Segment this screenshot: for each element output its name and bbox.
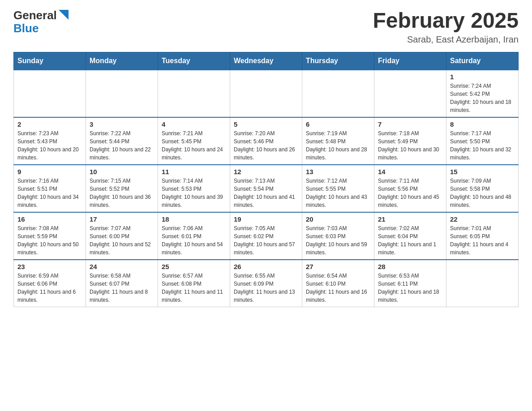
day-number: 1 xyxy=(450,73,515,81)
day-number: 26 xyxy=(234,263,298,270)
logo-blue-text: Blue xyxy=(13,21,39,35)
day-number: 25 xyxy=(162,263,226,270)
col-wednesday: Wednesday xyxy=(230,52,302,70)
day-info: Sunrise: 7:02 AMSunset: 6:04 PMDaylight:… xyxy=(378,224,442,257)
day-number: 24 xyxy=(90,263,154,270)
title-section: February 2025 Sarab, East Azerbaijan, Ir… xyxy=(373,9,519,45)
calendar-cell xyxy=(230,70,302,117)
day-info: Sunrise: 7:17 AMSunset: 5:50 PMDaylight:… xyxy=(450,129,515,162)
calendar-cell: 21Sunrise: 7:02 AMSunset: 6:04 PMDayligh… xyxy=(374,212,446,260)
day-info: Sunrise: 6:57 AMSunset: 6:08 PMDaylight:… xyxy=(162,272,226,304)
day-info: Sunrise: 7:09 AMSunset: 5:58 PMDaylight:… xyxy=(450,177,515,209)
day-info: Sunrise: 7:21 AMSunset: 5:45 PMDaylight:… xyxy=(162,129,226,162)
calendar-cell xyxy=(86,70,158,117)
month-title: February 2025 xyxy=(373,9,519,33)
day-number: 16 xyxy=(17,215,82,223)
calendar-cell: 11Sunrise: 7:14 AMSunset: 5:53 PMDayligh… xyxy=(158,165,230,212)
day-info: Sunrise: 7:19 AMSunset: 5:48 PMDaylight:… xyxy=(306,129,370,162)
day-number: 15 xyxy=(450,168,515,176)
day-info: Sunrise: 7:07 AMSunset: 6:00 PMDaylight:… xyxy=(90,224,154,257)
svg-marker-0 xyxy=(59,10,69,20)
day-info: Sunrise: 7:12 AMSunset: 5:55 PMDaylight:… xyxy=(306,177,370,209)
calendar-cell: 23Sunrise: 6:59 AMSunset: 6:06 PMDayligh… xyxy=(14,260,86,307)
calendar-cell: 17Sunrise: 7:07 AMSunset: 6:00 PMDayligh… xyxy=(86,212,158,260)
calendar-cell: 2Sunrise: 7:23 AMSunset: 5:43 PMDaylight… xyxy=(14,117,86,165)
day-info: Sunrise: 7:18 AMSunset: 5:49 PMDaylight:… xyxy=(378,129,442,162)
day-info: Sunrise: 6:53 AMSunset: 6:11 PMDaylight:… xyxy=(378,272,442,304)
calendar-cell: 22Sunrise: 7:01 AMSunset: 6:05 PMDayligh… xyxy=(446,212,519,260)
day-number: 7 xyxy=(378,120,442,128)
week-row-4: 23Sunrise: 6:59 AMSunset: 6:06 PMDayligh… xyxy=(14,260,519,307)
col-tuesday: Tuesday xyxy=(158,52,230,70)
day-info: Sunrise: 7:01 AMSunset: 6:05 PMDaylight:… xyxy=(450,224,515,257)
day-info: Sunrise: 7:22 AMSunset: 5:44 PMDaylight:… xyxy=(90,129,154,162)
day-number: 27 xyxy=(306,263,370,270)
day-info: Sunrise: 7:14 AMSunset: 5:53 PMDaylight:… xyxy=(162,177,226,209)
calendar-cell: 28Sunrise: 6:53 AMSunset: 6:11 PMDayligh… xyxy=(374,260,446,307)
day-number: 19 xyxy=(234,215,298,223)
day-number: 10 xyxy=(90,168,154,176)
day-number: 3 xyxy=(90,120,154,128)
calendar-cell xyxy=(446,260,519,307)
day-number: 23 xyxy=(17,263,82,270)
day-number: 22 xyxy=(450,215,515,223)
day-info: Sunrise: 7:16 AMSunset: 5:51 PMDaylight:… xyxy=(17,177,82,209)
col-friday: Friday xyxy=(374,52,446,70)
calendar-table: Sunday Monday Tuesday Wednesday Thursday… xyxy=(13,52,519,307)
day-info: Sunrise: 6:58 AMSunset: 6:07 PMDaylight:… xyxy=(90,272,154,304)
day-info: Sunrise: 7:11 AMSunset: 5:56 PMDaylight:… xyxy=(378,177,442,209)
calendar-cell: 9Sunrise: 7:16 AMSunset: 5:51 PMDaylight… xyxy=(14,165,86,212)
day-number: 20 xyxy=(306,215,370,223)
calendar-cell: 13Sunrise: 7:12 AMSunset: 5:55 PMDayligh… xyxy=(302,165,374,212)
week-row-3: 16Sunrise: 7:08 AMSunset: 5:59 PMDayligh… xyxy=(14,212,519,260)
calendar-cell: 27Sunrise: 6:54 AMSunset: 6:10 PMDayligh… xyxy=(302,260,374,307)
week-row-0: 1Sunrise: 7:24 AMSunset: 5:42 PMDaylight… xyxy=(14,70,519,117)
calendar-cell xyxy=(14,70,86,117)
day-number: 13 xyxy=(306,168,370,176)
day-info: Sunrise: 7:20 AMSunset: 5:46 PMDaylight:… xyxy=(234,129,298,162)
calendar-cell: 25Sunrise: 6:57 AMSunset: 6:08 PMDayligh… xyxy=(158,260,230,307)
calendar-cell: 20Sunrise: 7:03 AMSunset: 6:03 PMDayligh… xyxy=(302,212,374,260)
calendar-cell xyxy=(158,70,230,117)
day-number: 8 xyxy=(450,120,515,128)
calendar-cell: 3Sunrise: 7:22 AMSunset: 5:44 PMDaylight… xyxy=(86,117,158,165)
day-number: 18 xyxy=(162,215,226,223)
calendar-cell xyxy=(374,70,446,117)
day-info: Sunrise: 7:15 AMSunset: 5:52 PMDaylight:… xyxy=(90,177,154,209)
day-info: Sunrise: 6:54 AMSunset: 6:10 PMDaylight:… xyxy=(306,272,370,304)
day-number: 12 xyxy=(234,168,298,176)
week-row-1: 2Sunrise: 7:23 AMSunset: 5:43 PMDaylight… xyxy=(14,117,519,165)
day-info: Sunrise: 6:59 AMSunset: 6:06 PMDaylight:… xyxy=(17,272,82,304)
calendar-cell: 24Sunrise: 6:58 AMSunset: 6:07 PMDayligh… xyxy=(86,260,158,307)
day-number: 14 xyxy=(378,168,442,176)
day-number: 5 xyxy=(234,120,298,128)
calendar-cell: 6Sunrise: 7:19 AMSunset: 5:48 PMDaylight… xyxy=(302,117,374,165)
day-info: Sunrise: 7:05 AMSunset: 6:02 PMDaylight:… xyxy=(234,224,298,257)
calendar-cell: 4Sunrise: 7:21 AMSunset: 5:45 PMDaylight… xyxy=(158,117,230,165)
col-sunday: Sunday xyxy=(14,52,86,70)
calendar-cell: 7Sunrise: 7:18 AMSunset: 5:49 PMDaylight… xyxy=(374,117,446,165)
logo-general-text: General xyxy=(13,9,57,21)
col-thursday: Thursday xyxy=(302,52,374,70)
calendar-cell xyxy=(302,70,374,117)
calendar-cell: 5Sunrise: 7:20 AMSunset: 5:46 PMDaylight… xyxy=(230,117,302,165)
day-info: Sunrise: 7:24 AMSunset: 5:42 PMDaylight:… xyxy=(450,82,515,114)
calendar-cell: 14Sunrise: 7:11 AMSunset: 5:56 PMDayligh… xyxy=(374,165,446,212)
week-row-2: 9Sunrise: 7:16 AMSunset: 5:51 PMDaylight… xyxy=(14,165,519,212)
day-number: 2 xyxy=(17,120,82,128)
logo: General Blue xyxy=(13,9,69,35)
col-saturday: Saturday xyxy=(446,52,519,70)
day-info: Sunrise: 7:03 AMSunset: 6:03 PMDaylight:… xyxy=(306,224,370,257)
day-number: 28 xyxy=(378,263,442,270)
calendar-cell: 15Sunrise: 7:09 AMSunset: 5:58 PMDayligh… xyxy=(446,165,519,212)
day-info: Sunrise: 6:55 AMSunset: 6:09 PMDaylight:… xyxy=(234,272,298,304)
day-number: 9 xyxy=(17,168,82,176)
day-number: 11 xyxy=(162,168,226,176)
calendar-header-row: Sunday Monday Tuesday Wednesday Thursday… xyxy=(14,52,519,70)
calendar-cell: 26Sunrise: 6:55 AMSunset: 6:09 PMDayligh… xyxy=(230,260,302,307)
day-number: 4 xyxy=(162,120,226,128)
day-number: 6 xyxy=(306,120,370,128)
calendar-cell: 10Sunrise: 7:15 AMSunset: 5:52 PMDayligh… xyxy=(86,165,158,212)
day-info: Sunrise: 7:23 AMSunset: 5:43 PMDaylight:… xyxy=(17,129,82,162)
calendar-cell: 18Sunrise: 7:06 AMSunset: 6:01 PMDayligh… xyxy=(158,212,230,260)
